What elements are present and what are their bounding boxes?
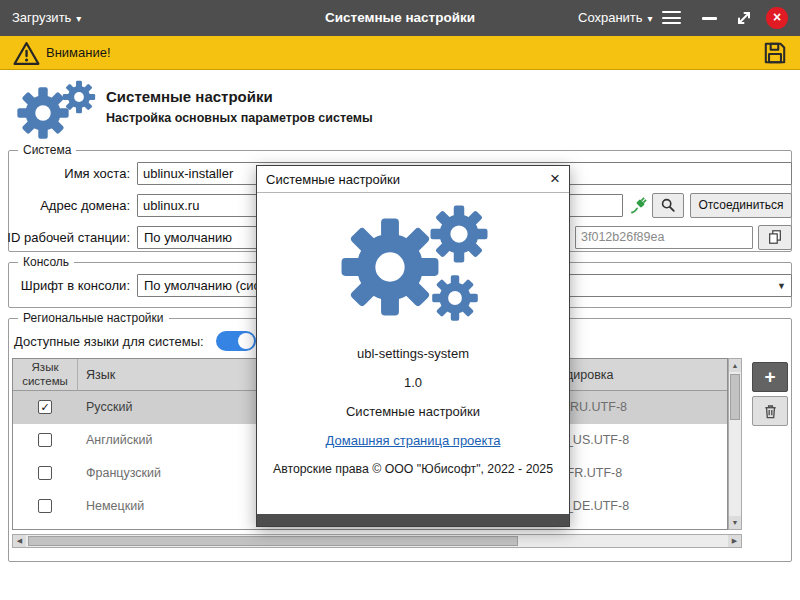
close-icon: × (773, 9, 781, 25)
page-title: Системные настройки (106, 88, 273, 105)
dialog-body: ubl-settings-system 1.0 Системные настро… (257, 194, 569, 514)
close-button[interactable]: × (766, 7, 788, 29)
domain-search-button[interactable] (652, 193, 684, 218)
vertical-scrollbar[interactable]: ▲ ▼ (728, 358, 742, 530)
dialog-close-button[interactable]: × (550, 166, 560, 191)
plus-icon: + (764, 366, 775, 387)
titlebar: Загрузить▾ Системные настройки Сохранить… (0, 0, 800, 36)
horizontal-scroll-thumb[interactable] (28, 536, 518, 546)
warning-icon (13, 41, 40, 66)
scroll-up-icon[interactable]: ▲ (729, 359, 741, 372)
scroll-left-icon[interactable]: ◀ (13, 535, 26, 547)
row-checkbox[interactable] (38, 499, 52, 513)
dialog-app-name: ubl-settings-system (357, 346, 469, 361)
scroll-right-icon[interactable]: ▶ (728, 535, 741, 547)
chevron-down-icon: ▼ (777, 276, 786, 297)
app-gears-icon (14, 78, 100, 142)
disconnect-button[interactable]: Отсоединиться (690, 193, 792, 218)
languages-toggle[interactable] (216, 331, 256, 351)
copy-id-button[interactable] (758, 225, 792, 250)
connected-plug-icon (629, 195, 649, 215)
dialog-footer-bar (257, 514, 569, 526)
horizontal-scrollbar[interactable]: ◀ ▶ (12, 534, 742, 548)
save-menu-label: Сохранить (578, 10, 643, 25)
search-icon (660, 197, 676, 213)
dialog-title: Системные настройки (266, 166, 400, 193)
console-font-label: Шрифт в консоли: (2, 278, 130, 293)
trash-icon (762, 403, 779, 420)
hamburger-icon (662, 11, 681, 13)
domain-label: Адрес домена: (2, 198, 130, 213)
vertical-scroll-thumb[interactable] (730, 374, 740, 420)
dialog-copyright: Авторские права © ООО "Юбисофт", 2022 - … (273, 462, 553, 476)
hostname-label: Имя хоста: (2, 166, 130, 181)
station-id-combo-value: По умолчанию (144, 230, 232, 245)
maximize-button[interactable] (734, 8, 754, 28)
available-languages-label: Доступные языки для системы: (14, 334, 204, 349)
hamburger-menu-button[interactable] (662, 11, 681, 25)
toggle-knob (238, 333, 254, 349)
system-frame-legend: Система (18, 143, 76, 157)
row-checkbox[interactable] (38, 433, 52, 447)
warning-bar: Внимание! (0, 36, 800, 70)
regional-frame-legend: Региональные настройки (18, 311, 169, 325)
save-icon[interactable] (762, 40, 788, 66)
about-dialog: Системные настройки × ubl-settings-syste… (256, 165, 570, 527)
delete-language-button[interactable] (752, 396, 788, 426)
dialog-version: 1.0 (404, 375, 422, 390)
column-header-system-language: Язык системы (13, 359, 78, 391)
station-id-label: ID рабочей станции: (2, 230, 130, 245)
save-menu-button[interactable]: Сохранить▾ (578, 0, 653, 36)
check-icon: ✓ (40, 401, 49, 413)
app-window: Загрузить▾ Системные настройки Сохранить… (0, 0, 800, 600)
dialog-description: Системные настройки (346, 404, 480, 419)
close-icon: × (550, 169, 560, 188)
minimize-button[interactable] (702, 17, 717, 20)
add-language-button[interactable]: + (752, 362, 788, 392)
dialog-titlebar: Системные настройки × (257, 166, 569, 193)
expand-icon (734, 8, 754, 28)
row-checkbox[interactable] (38, 466, 52, 480)
scroll-down-icon[interactable]: ▼ (729, 516, 741, 529)
copy-icon (767, 229, 783, 245)
dialog-homepage-link[interactable]: Домашняя страница проекта (326, 433, 501, 448)
page-subtitle: Настройка основных параметров системы (106, 111, 373, 125)
station-id-value: 3f012b26f89ea (575, 226, 753, 249)
app-gears-icon-large (329, 200, 497, 334)
warning-text: Внимание! (46, 36, 111, 70)
console-frame-legend: Консоль (18, 255, 74, 269)
row-checkbox-checked[interactable]: ✓ (38, 400, 52, 414)
caret-down-icon: ▾ (648, 13, 653, 24)
